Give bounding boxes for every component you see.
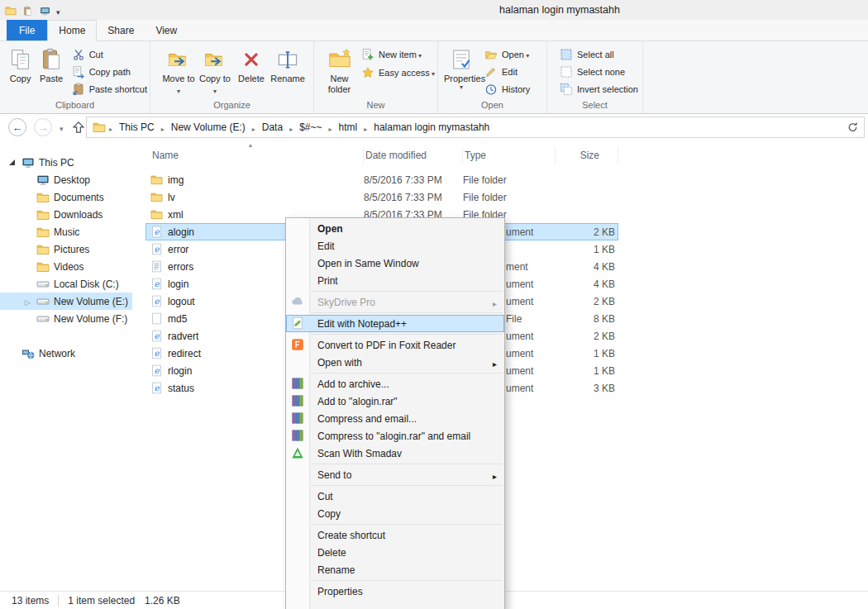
copy-button[interactable]: Copy — [5, 44, 36, 98]
context-menu-item-convert-to-pdf-foxit[interactable]: Convert to PDF in Foxit Reader — [286, 336, 504, 354]
selection-size: 1.26 KB — [145, 595, 180, 607]
group-label-organize: Organize — [150, 100, 313, 110]
context-menu-item-edit[interactable]: Edit — [286, 237, 504, 255]
context-menu-item-edit-with-notepad-plus-plus[interactable]: Edit with Notepad++ — [286, 315, 504, 332]
qat-paste-icon[interactable] — [21, 5, 34, 17]
breadcrumb-chevron-icon — [326, 120, 336, 135]
context-menu-item-print[interactable]: Print — [286, 272, 504, 289]
sidebar-item-new-volume-e[interactable]: New Volume (E:) — [0, 293, 132, 310]
folder-icon — [36, 191, 50, 204]
file-row-img[interactable]: img 8/5/2016 7:33 PM File folder — [145, 171, 618, 188]
column-header-size[interactable]: Size — [556, 147, 618, 164]
collapsed-arrow-icon[interactable] — [25, 296, 31, 307]
desktop-icon — [36, 174, 50, 187]
tab-file[interactable]: File — [7, 20, 47, 40]
copy-path-button[interactable]: Copy path — [69, 63, 150, 80]
new-folder-button[interactable]: New folder — [322, 44, 356, 98]
properties-icon — [450, 45, 473, 73]
context-menu-item-scan-with-smadav[interactable]: Scan With Smadav — [286, 445, 504, 462]
refresh-button[interactable] — [847, 121, 860, 134]
breadcrumb-current-folder[interactable]: halaman login mymastahh — [370, 121, 493, 133]
context-menu-item-add-to-alogin-rar[interactable]: Add to "alogin.rar" — [286, 393, 504, 410]
sidebar-item-this-pc[interactable]: This PC — [0, 154, 132, 171]
sidebar-item-desktop[interactable]: Desktop — [0, 171, 132, 188]
context-menu-item-compress-to-alogin-rar-and-email[interactable]: Compress to "alogin.rar" and email — [286, 427, 504, 445]
context-menu-item-delete[interactable]: Delete — [286, 544, 504, 561]
sidebar-item-music[interactable]: Music — [0, 223, 132, 240]
sidebar-item-local-disk-c[interactable]: Local Disk (C:) — [0, 275, 132, 293]
context-menu-item-rename[interactable]: Rename — [286, 561, 504, 578]
drive-icon — [36, 278, 50, 291]
copy-to-button[interactable]: Copy to — [197, 44, 233, 98]
edit-button[interactable]: Edit — [482, 63, 532, 80]
html-file-icon — [150, 295, 163, 307]
context-menu: Open Edit Open in Same Window Print SkyD… — [285, 217, 505, 609]
history-button[interactable]: History — [482, 81, 532, 98]
file-row-lv[interactable]: lv 8/5/2016 7:33 PM File folder — [145, 188, 618, 206]
breadcrumb-new-volume-e[interactable]: New Volume (E:) — [168, 121, 249, 133]
explorer-app-icon[interactable] — [4, 5, 17, 17]
context-menu-item-copy[interactable]: Copy — [286, 505, 504, 522]
context-menu-item-create-shortcut[interactable]: Create shortcut — [286, 526, 504, 544]
expanded-arrow-icon[interactable] — [9, 159, 15, 165]
properties-button[interactable]: Properties ▾ — [443, 44, 479, 98]
folder-icon — [36, 208, 50, 221]
paste-shortcut-button[interactable]: Paste shortcut — [69, 81, 150, 98]
breadcrumb-html[interactable]: html — [336, 121, 361, 133]
tab-share[interactable]: Share — [97, 20, 145, 40]
paste-button[interactable]: Paste — [36, 44, 66, 98]
smadav-icon — [291, 446, 304, 459]
delete-button[interactable]: Delete — [233, 44, 269, 98]
invert-selection-button[interactable]: Invert selection — [557, 81, 641, 98]
context-menu-item-compress-and-email[interactable]: Compress and email... — [286, 410, 504, 427]
context-menu-item-add-to-archive[interactable]: Add to archive... — [286, 375, 504, 393]
select-all-button[interactable]: Select all — [557, 45, 641, 63]
back-button[interactable] — [8, 118, 26, 136]
folder-icon — [150, 208, 163, 221]
context-menu-item-cut[interactable]: Cut — [286, 488, 504, 505]
move-to-button[interactable]: Move to — [160, 44, 197, 98]
context-menu-item-properties[interactable]: Properties — [286, 583, 504, 600]
folder-icon — [150, 191, 163, 203]
context-menu-item-open[interactable]: Open — [286, 220, 504, 237]
quick-access-toolbar — [4, 3, 60, 18]
select-none-button[interactable]: Select none — [557, 63, 641, 80]
new-item-icon — [361, 48, 374, 61]
sidebar-item-network[interactable]: Network — [0, 345, 132, 362]
qat-computer-icon[interactable] — [39, 5, 51, 17]
column-header-type[interactable]: Type — [463, 147, 556, 164]
context-menu-item-send-to[interactable]: Send to — [286, 466, 504, 483]
context-menu-item-open-with[interactable]: Open with — [286, 354, 504, 371]
breadcrumb-this-pc[interactable]: This PC — [116, 121, 158, 133]
up-button[interactable] — [71, 120, 86, 135]
recent-locations-chevron-icon[interactable] — [60, 120, 64, 135]
new-item-button[interactable]: New item — [359, 45, 437, 64]
forward-arrow-icon — [38, 120, 49, 135]
easy-access-button[interactable]: Easy access — [359, 64, 437, 82]
column-header-name[interactable]: Name — [145, 147, 364, 164]
tab-home[interactable]: Home — [47, 20, 97, 41]
qat-customize-chevron-icon[interactable] — [56, 3, 60, 18]
location-folder-icon — [93, 121, 106, 134]
context-menu-item-open-in-same-window[interactable]: Open in Same Window — [286, 255, 504, 272]
sidebar-item-pictures[interactable]: Pictures — [0, 240, 132, 258]
ribbon-group-open: Properties ▾ Open Edit History Open — [438, 41, 547, 113]
breadcrumb-chevron-icon — [360, 120, 370, 135]
breadcrumb-data[interactable]: Data — [259, 121, 286, 133]
menu-separator — [311, 580, 503, 581]
sidebar-item-documents[interactable]: Documents — [0, 188, 132, 206]
breadcrumb-dollar-folder[interactable]: $#~~ — [296, 121, 325, 133]
open-button[interactable]: Open — [482, 45, 532, 63]
sidebar-item-downloads[interactable]: Downloads — [0, 206, 132, 223]
address-bar[interactable]: This PC New Volume (E:) Data $#~~ html h… — [86, 117, 865, 138]
tab-view[interactable]: View — [145, 20, 188, 40]
html-file-icon — [150, 278, 163, 290]
sidebar-item-new-volume-f[interactable]: New Volume (F:) — [0, 310, 132, 327]
menu-separator — [311, 291, 503, 292]
drive-icon — [36, 295, 50, 308]
submenu-arrow-icon — [493, 470, 497, 482]
cut-button[interactable]: Cut — [69, 45, 150, 63]
column-header-date-modified[interactable]: Date modified — [364, 147, 463, 164]
rename-button[interactable]: Rename — [269, 44, 306, 98]
sidebar-item-videos[interactable]: Videos — [0, 258, 132, 275]
